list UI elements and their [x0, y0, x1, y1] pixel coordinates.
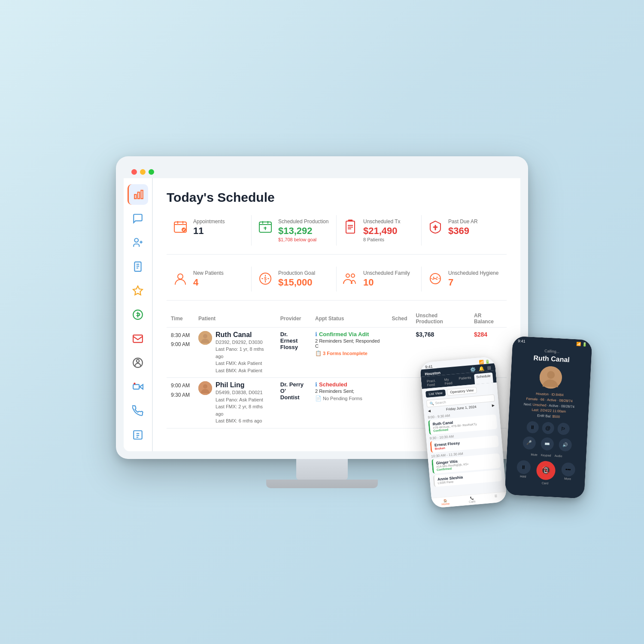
flag-icon[interactable]: 🏳 — [557, 422, 569, 435]
patient-cell: Phil Ling D5499, D3838, D0021 Last Pano:… — [194, 378, 276, 428]
stat-prod-goal-info: Production Goal $15,000 — [278, 270, 315, 288]
unsched-prod-value: $3,768 — [416, 331, 465, 338]
pause-icon[interactable]: ⏸ — [526, 421, 539, 433]
end-call-btn[interactable]: 📵 — [536, 460, 556, 480]
keypad-grid: 🎤 ⌨️ 🔊 — [521, 436, 573, 451]
tab-my-feed[interactable]: My Feed — [442, 376, 456, 387]
patient-name: Ruth Canal — [216, 331, 272, 339]
patients-icon — [132, 237, 143, 248]
stats-row-2: New Patients 4 $ — [167, 267, 507, 301]
at-icon[interactable]: @ — [541, 422, 554, 434]
sidebar-item-patients[interactable] — [128, 232, 148, 253]
stat-unsched-tx: Unscheduled Tx $21,490 8 Patients — [337, 215, 422, 246]
stat-unsched-family-info: Unscheduled Family 10 — [363, 270, 410, 288]
stat-sched-prod-label: Scheduled Production — [278, 219, 328, 225]
nav-home[interactable]: 🏠Home — [441, 498, 450, 506]
stat-unsched-hygiene-value: 7 — [448, 277, 498, 288]
phone-left-screen: 9:41 📶 🔋 Houston ⚙️ 🔔 ⊞ Pract. Feed My F… — [419, 356, 507, 508]
svg-point-15 — [134, 383, 135, 384]
sidebar-item-star[interactable] — [128, 280, 148, 301]
stat-past-due-ar-label: Past Due AR — [448, 219, 478, 225]
stat-prod-goal: $ Production Goal $15,000 — [252, 267, 337, 292]
calling-title: Calling... — [544, 349, 559, 354]
dollar-icon — [132, 309, 143, 320]
mail-icon — [132, 333, 143, 344]
status-cell: ℹ Scheduled 2 Reminders Sent; 📄 No Pendi… — [311, 378, 388, 428]
mute-label: Mute — [531, 453, 538, 456]
provider-name: Dr. ErnestFlossy — [280, 331, 307, 350]
list-view-btn[interactable]: List View — [425, 389, 446, 398]
tab-pract-feed[interactable]: Pract. Feed — [424, 377, 442, 388]
patient-details: Phil Ling D5499, D3838, D0021 Last Pano:… — [216, 381, 272, 425]
status-confirmed: Confirmed Via Adit — [319, 331, 369, 337]
stat-sched-prod-info: Scheduled Production $13,292 $1,708 belo… — [278, 219, 328, 242]
svg-point-12 — [137, 359, 140, 362]
calling-patient-info: Houston · ID:8484 Female · 66 · Active ·… — [523, 390, 575, 420]
keypad-btn-mute[interactable]: 🎤 — [522, 436, 536, 450]
stat-unsched-hygiene-info: Unscheduled Hygiene 7 — [448, 270, 498, 288]
dot-yellow — [140, 169, 146, 175]
stat-new-patients-info: New Patients 4 — [193, 270, 224, 288]
stat-unsched-family-label: Unscheduled Family — [363, 270, 410, 276]
keypad-btn-keypad[interactable]: ⌨️ — [540, 437, 554, 451]
phone-icon — [132, 405, 143, 416]
stat-unsched-hygiene-label: Unscheduled Hygiene — [448, 270, 498, 276]
star-icon — [132, 285, 143, 296]
svg-marker-8 — [133, 286, 143, 295]
calling-avatar — [539, 365, 562, 389]
stat-unsched-tx-info: Unscheduled Tx $21,490 8 Patients — [363, 219, 401, 242]
chat-icon — [132, 213, 143, 224]
keypad-btn-audio[interactable]: 🔊 — [558, 438, 572, 452]
stat-past-due-ar-info: Past Due AR $369 — [448, 219, 478, 237]
col-provider: Provider — [276, 310, 311, 328]
avatar — [198, 381, 212, 395]
sidebar-item-clipboard[interactable] — [128, 256, 148, 277]
svg-point-42 — [433, 276, 434, 278]
hold-label: Hold — [516, 474, 530, 478]
video-icon — [132, 381, 143, 392]
col-patient: Patient — [194, 310, 276, 328]
sidebar-item-phone[interactable] — [128, 401, 148, 421]
audio-label: Audio — [554, 454, 562, 457]
info-icon: ℹ — [315, 381, 317, 388]
bell-icon[interactable]: 🔔 — [478, 366, 485, 372]
sidebar-item-chat[interactable] — [128, 208, 148, 229]
nav-more[interactable]: ☰ — [494, 494, 497, 501]
call-labels: Mute Keypad Audio — [531, 453, 562, 457]
time-display: 8:30 AM 9:00 AM — [171, 331, 190, 349]
chart-icon — [133, 189, 144, 200]
svg-rect-2 — [141, 190, 143, 199]
calling-name: Ruth Canal — [533, 354, 570, 363]
user-circle-icon — [132, 357, 143, 368]
stat-new-patients-label: New Patients — [193, 270, 224, 276]
tab-schedule[interactable]: Schedule — [474, 372, 493, 384]
sidebar-item-video[interactable] — [128, 377, 148, 397]
monitor-base — [266, 480, 378, 488]
grid-icon[interactable]: ⊞ — [487, 365, 491, 371]
col-sched: Sched — [387, 310, 411, 328]
location-label: Houston — [425, 370, 440, 376]
sidebar-item-reports[interactable] — [128, 425, 148, 445]
sidebar-item-mail[interactable] — [128, 328, 148, 349]
patient-info: Phil Ling D5499, D3838, D0021 Last Pano:… — [198, 381, 272, 425]
operatory-view-btn[interactable]: Operatory View — [447, 386, 477, 395]
provider-cell: Dr. ErnestFlossy — [276, 327, 311, 378]
more-btn[interactable]: ••• — [561, 462, 575, 477]
sidebar-item-user[interactable] — [128, 352, 148, 373]
appointments-icon — [173, 219, 188, 237]
stat-appointments-value: 11 — [193, 225, 225, 237]
sidebar-item-chart[interactable] — [128, 184, 148, 205]
nav-calls[interactable]: 📞Calls — [468, 496, 476, 503]
hold-btn[interactable]: ⏸ — [516, 460, 531, 474]
reports-icon — [132, 429, 143, 440]
settings-icon[interactable]: ⚙️ — [470, 366, 477, 372]
tab-patients[interactable]: Patients — [456, 374, 474, 386]
sidebar-item-dollar[interactable] — [128, 304, 148, 325]
svg-point-36 — [178, 274, 183, 279]
hold-btn-wrap: ⏸ Hold — [516, 460, 531, 478]
patient-details: Ruth Canal D2392, D9292, D3030 Last Pano… — [216, 331, 272, 374]
time-cell: 8:30 AM 9:00 AM — [167, 327, 194, 378]
col-ar-balance: AR Balance — [470, 310, 507, 328]
sched-prod-icon — [258, 219, 273, 237]
search-icon: 🔍 — [429, 401, 434, 405]
